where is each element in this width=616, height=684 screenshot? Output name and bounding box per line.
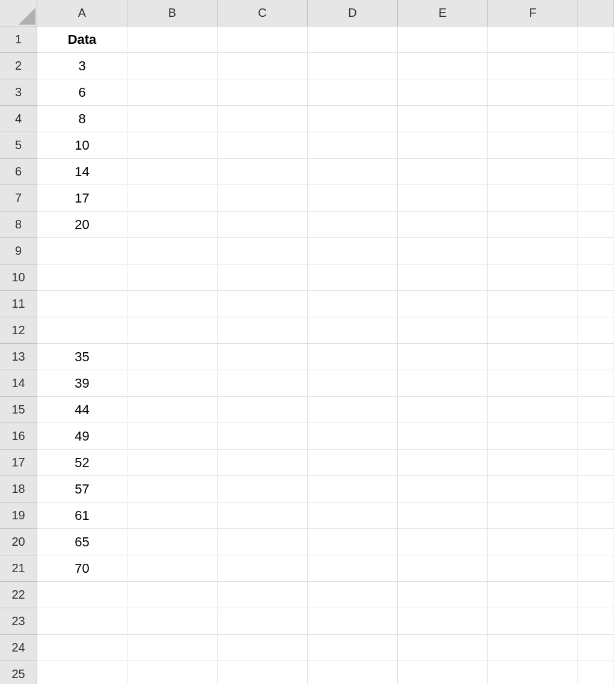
cell-B4[interactable]: [127, 106, 218, 132]
cell-X10[interactable]: [578, 264, 614, 291]
cell-B13[interactable]: [127, 344, 218, 370]
cell-E6[interactable]: [398, 159, 488, 185]
cell-D8[interactable]: [308, 212, 398, 238]
cell-A22[interactable]: [37, 582, 127, 608]
cell-A11[interactable]: [37, 291, 127, 317]
cell-C22[interactable]: [218, 582, 308, 608]
cell-C20[interactable]: [218, 529, 308, 555]
cell-C19[interactable]: [218, 502, 308, 529]
cell-F23[interactable]: [488, 608, 578, 635]
cell-E10[interactable]: [398, 264, 488, 291]
cell-A15[interactable]: 44: [37, 397, 127, 423]
cell-F6[interactable]: [488, 159, 578, 185]
cell-X6[interactable]: [578, 159, 614, 185]
cell-E19[interactable]: [398, 502, 488, 529]
cell-B25[interactable]: [127, 661, 218, 684]
row-header-9[interactable]: 9: [0, 238, 37, 264]
cell-E2[interactable]: [398, 53, 488, 79]
cell-D15[interactable]: [308, 397, 398, 423]
cell-F19[interactable]: [488, 502, 578, 529]
row-header-15[interactable]: 15: [0, 397, 37, 423]
cell-F24[interactable]: [488, 635, 578, 661]
cell-E4[interactable]: [398, 106, 488, 132]
cell-E23[interactable]: [398, 608, 488, 635]
cell-A20[interactable]: 65: [37, 529, 127, 555]
cell-C8[interactable]: [218, 212, 308, 238]
row-header-11[interactable]: 11: [0, 291, 37, 317]
cell-X8[interactable]: [578, 212, 614, 238]
cell-E9[interactable]: [398, 238, 488, 264]
cell-D2[interactable]: [308, 53, 398, 79]
cell-C21[interactable]: [218, 555, 308, 582]
cell-D21[interactable]: [308, 555, 398, 582]
cell-F20[interactable]: [488, 529, 578, 555]
cell-F12[interactable]: [488, 317, 578, 344]
row-header-6[interactable]: 6: [0, 159, 37, 185]
cell-C16[interactable]: [218, 423, 308, 450]
row-header-22[interactable]: 22: [0, 582, 37, 608]
cell-F11[interactable]: [488, 291, 578, 317]
row-header-2[interactable]: 2: [0, 53, 37, 79]
cell-A18[interactable]: 57: [37, 476, 127, 502]
cell-X23[interactable]: [578, 608, 614, 635]
cell-F17[interactable]: [488, 450, 578, 476]
cell-A9[interactable]: [37, 238, 127, 264]
cell-C4[interactable]: [218, 106, 308, 132]
cell-X5[interactable]: [578, 132, 614, 159]
cell-B8[interactable]: [127, 212, 218, 238]
row-header-12[interactable]: 12: [0, 317, 37, 344]
cell-B15[interactable]: [127, 397, 218, 423]
cell-F5[interactable]: [488, 132, 578, 159]
cell-X21[interactable]: [578, 555, 614, 582]
cell-F25[interactable]: [488, 661, 578, 684]
cell-B21[interactable]: [127, 555, 218, 582]
cell-E18[interactable]: [398, 476, 488, 502]
column-header-B[interactable]: B: [127, 0, 218, 26]
cell-B3[interactable]: [127, 79, 218, 106]
cell-X7[interactable]: [578, 185, 614, 212]
cell-E8[interactable]: [398, 212, 488, 238]
cell-C23[interactable]: [218, 608, 308, 635]
cell-C24[interactable]: [218, 635, 308, 661]
cell-C3[interactable]: [218, 79, 308, 106]
spreadsheet-grid[interactable]: ABCDEF1Data23364851061471782091011121335…: [0, 0, 616, 684]
cell-D1[interactable]: [308, 26, 398, 53]
cell-D20[interactable]: [308, 529, 398, 555]
cell-B18[interactable]: [127, 476, 218, 502]
cell-E22[interactable]: [398, 582, 488, 608]
cell-E12[interactable]: [398, 317, 488, 344]
cell-F10[interactable]: [488, 264, 578, 291]
cell-D17[interactable]: [308, 450, 398, 476]
row-header-19[interactable]: 19: [0, 502, 37, 529]
cell-F9[interactable]: [488, 238, 578, 264]
cell-X12[interactable]: [578, 317, 614, 344]
cell-C7[interactable]: [218, 185, 308, 212]
cell-F3[interactable]: [488, 79, 578, 106]
cell-X19[interactable]: [578, 502, 614, 529]
cell-X15[interactable]: [578, 397, 614, 423]
cell-D6[interactable]: [308, 159, 398, 185]
cell-X11[interactable]: [578, 291, 614, 317]
cell-D14[interactable]: [308, 370, 398, 397]
cell-C12[interactable]: [218, 317, 308, 344]
cell-A23[interactable]: [37, 608, 127, 635]
cell-C1[interactable]: [218, 26, 308, 53]
cell-B14[interactable]: [127, 370, 218, 397]
cell-C14[interactable]: [218, 370, 308, 397]
cell-C5[interactable]: [218, 132, 308, 159]
cell-D5[interactable]: [308, 132, 398, 159]
row-header-5[interactable]: 5: [0, 132, 37, 159]
cell-A16[interactable]: 49: [37, 423, 127, 450]
cell-C17[interactable]: [218, 450, 308, 476]
cell-E5[interactable]: [398, 132, 488, 159]
cell-D18[interactable]: [308, 476, 398, 502]
cell-X9[interactable]: [578, 238, 614, 264]
cell-F18[interactable]: [488, 476, 578, 502]
cell-F7[interactable]: [488, 185, 578, 212]
row-header-21[interactable]: 21: [0, 555, 37, 582]
cell-B7[interactable]: [127, 185, 218, 212]
cell-D13[interactable]: [308, 344, 398, 370]
cell-B9[interactable]: [127, 238, 218, 264]
cell-C25[interactable]: [218, 661, 308, 684]
cell-A6[interactable]: 14: [37, 159, 127, 185]
